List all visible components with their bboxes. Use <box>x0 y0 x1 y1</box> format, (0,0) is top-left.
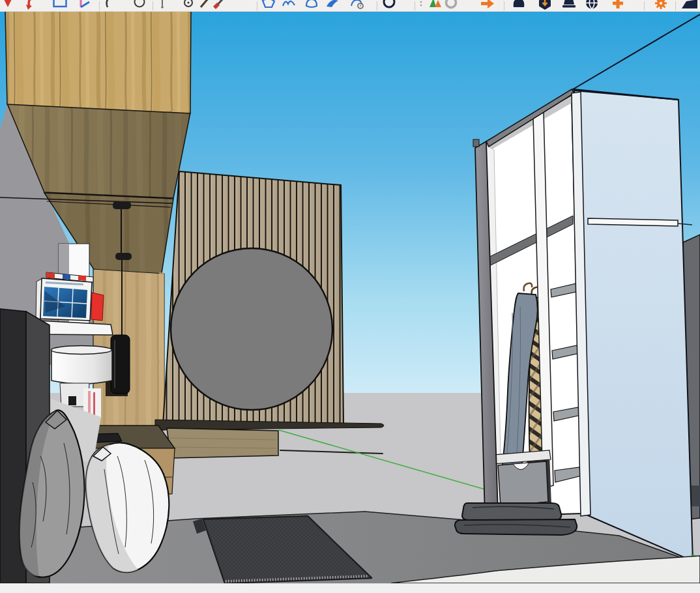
orange-arrow-icon[interactable] <box>480 0 495 12</box>
blue-polygon-tool-icon[interactable] <box>261 0 276 12</box>
rotate-tool-icon[interactable] <box>181 0 196 12</box>
wardrobe-door[interactable] <box>572 89 693 561</box>
toolbar-separator <box>99 1 100 10</box>
arc-tool-icon[interactable] <box>100 0 116 12</box>
orbit-tool-icon[interactable] <box>381 0 397 12</box>
download-extension-icon[interactable] <box>537 0 553 12</box>
orange-gear-icon[interactable] <box>653 0 669 12</box>
toolbar-separator <box>644 1 645 10</box>
green-extension-icon[interactable] <box>428 0 443 12</box>
add-extension-icon[interactable] <box>610 0 626 12</box>
toolbar-separator <box>377 1 377 10</box>
toolbar-separator <box>504 1 504 10</box>
toolbar-separator <box>675 1 676 10</box>
toolbar-separator <box>153 1 153 10</box>
navy-wedge-extension-icon[interactable] <box>682 0 697 12</box>
laptop-extension-icon[interactable] <box>561 0 577 12</box>
blue-curves-tool-icon[interactable] <box>281 0 297 12</box>
axes-tool-icon[interactable] <box>76 0 91 12</box>
globe-extension-icon[interactable] <box>584 0 600 12</box>
undo-icon[interactable] <box>23 0 39 12</box>
blue-wing-tool-icon[interactable] <box>325 0 340 12</box>
circle-tool-icon[interactable] <box>132 0 147 12</box>
toolbar-separator <box>257 1 257 10</box>
red-book <box>91 293 104 321</box>
shelf-drawer-box <box>167 428 278 458</box>
status-bar <box>0 583 700 593</box>
tape-measure-tool-icon[interactable] <box>154 0 170 12</box>
round-mirror[interactable] <box>171 248 332 410</box>
toolbar <box>0 0 700 12</box>
gray-ring-icon[interactable] <box>443 0 459 12</box>
pencil-tool-icon[interactable] <box>197 0 212 12</box>
eraser-tool-icon[interactable] <box>211 0 227 12</box>
toolbar-grip <box>413 0 429 12</box>
navy-round-extension-icon[interactable] <box>511 0 527 12</box>
rectangle-tool-icon[interactable] <box>52 0 68 12</box>
select-tool-icon[interactable] <box>0 0 16 12</box>
folded-blankets[interactable] <box>455 503 577 535</box>
blue-gear-tool-icon[interactable] <box>349 0 365 12</box>
blue-loop-tool-icon[interactable] <box>304 0 319 12</box>
wardrobe[interactable] <box>473 89 582 517</box>
door-handle <box>588 218 678 226</box>
3d-viewport[interactable] <box>0 11 700 583</box>
